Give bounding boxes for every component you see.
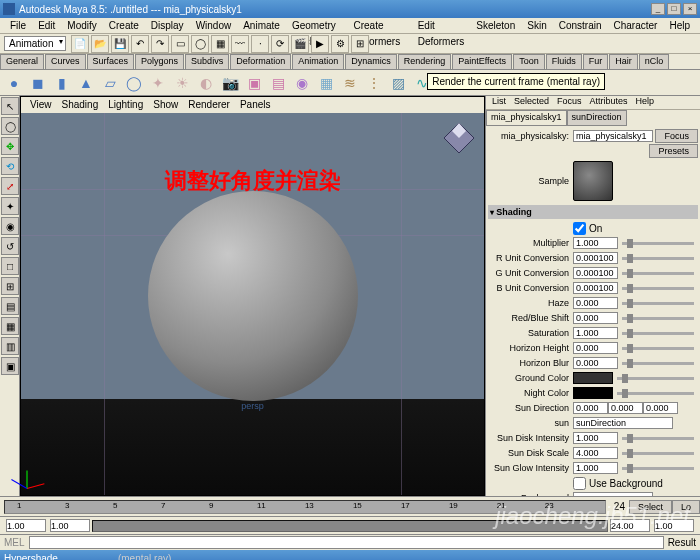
sun-disk-intensity-slider[interactable] (622, 437, 694, 440)
open-scene-icon[interactable]: 📂 (91, 35, 109, 53)
shelf-hair-icon[interactable]: ≋ (339, 72, 361, 94)
shelf-tab-ncloth[interactable]: nClo (639, 54, 670, 69)
ae-tab-sun[interactable]: sunDirection (567, 110, 627, 126)
shelf-cone-icon[interactable]: ▲ (75, 72, 97, 94)
ground-color-slider[interactable] (617, 377, 694, 380)
lasso-tool-icon[interactable]: ◯ (1, 117, 19, 135)
vp-menu-shading[interactable]: Shading (57, 97, 104, 113)
multiplier-slider[interactable] (622, 242, 694, 245)
shelf-tab-fur[interactable]: Fur (583, 54, 609, 69)
render-icon[interactable]: 🎬 (291, 35, 309, 53)
ae-menu-list[interactable]: List (488, 96, 510, 109)
shading-section-header[interactable]: Shading (488, 205, 698, 219)
loop-button[interactable]: Lo (672, 500, 700, 514)
shelf-light-icon[interactable]: ✦ (147, 72, 169, 94)
sun-x-field[interactable] (573, 402, 608, 414)
shelf-tab-animation[interactable]: Animation (292, 54, 344, 69)
r-unit-slider[interactable] (622, 257, 694, 260)
shelf-render-icon[interactable]: ▣ (243, 72, 265, 94)
new-scene-icon[interactable]: 📄 (71, 35, 89, 53)
menu-modify[interactable]: Modify (61, 18, 102, 33)
redblue-field[interactable] (573, 312, 618, 324)
g-unit-field[interactable] (573, 267, 618, 279)
select-button[interactable]: Select (629, 500, 672, 514)
snap-point-icon[interactable]: · (251, 35, 269, 53)
range-track[interactable] (92, 520, 608, 532)
range-end-field[interactable] (610, 519, 650, 532)
night-color-slider[interactable] (617, 392, 694, 395)
on-checkbox[interactable] (573, 222, 586, 235)
mel-input[interactable] (29, 536, 664, 549)
ipr-render-icon[interactable]: ▶ (311, 35, 329, 53)
shelf-tab-surfaces[interactable]: Surfaces (87, 54, 135, 69)
menu-window[interactable]: Window (190, 18, 238, 33)
b-unit-field[interactable] (573, 282, 618, 294)
vp-menu-view[interactable]: View (25, 97, 57, 113)
vp-menu-lighting[interactable]: Lighting (103, 97, 148, 113)
focus-button[interactable]: Focus (655, 129, 698, 143)
r-unit-field[interactable] (573, 252, 618, 264)
sun-disk-scale-field[interactable] (573, 447, 618, 459)
view-compass-icon[interactable] (442, 121, 476, 155)
snap-grid-icon[interactable]: ▦ (211, 35, 229, 53)
close-button[interactable]: × (683, 3, 697, 15)
shelf-tab-curves[interactable]: Curves (45, 54, 86, 69)
shelf-tab-toon[interactable]: Toon (513, 54, 545, 69)
menu-display[interactable]: Display (145, 18, 190, 33)
menu-character[interactable]: Character (608, 18, 664, 33)
shelf-tab-deformation[interactable]: Deformation (230, 54, 291, 69)
render-settings-icon[interactable]: ⚙ (331, 35, 349, 53)
timeline-track[interactable]: 1 3 5 7 9 11 13 15 17 19 21 23 (4, 500, 606, 514)
shelf-cloth-icon[interactable]: ▨ (387, 72, 409, 94)
night-color-swatch[interactable] (573, 387, 613, 399)
multiplier-field[interactable] (573, 237, 618, 249)
shelf-pointlight-icon[interactable]: ☀ (171, 72, 193, 94)
shelf-plane-icon[interactable]: ▱ (99, 72, 121, 94)
minimize-button[interactable]: _ (651, 3, 665, 15)
ae-menu-focus[interactable]: Focus (553, 96, 586, 109)
custom-layout-icon[interactable]: ▣ (1, 357, 19, 375)
node-name-field[interactable] (573, 130, 653, 142)
rotate-tool-icon[interactable]: ⟲ (1, 157, 19, 175)
sun-z-field[interactable] (643, 402, 678, 414)
sun-glow-intensity-field[interactable] (573, 462, 618, 474)
shelf-tab-fluids[interactable]: Fluids (546, 54, 582, 69)
persp-graph-icon[interactable]: ▦ (1, 317, 19, 335)
shelf-spotlight-icon[interactable]: ◐ (195, 72, 217, 94)
ae-menu-attributes[interactable]: Attributes (586, 96, 632, 109)
use-background-checkbox[interactable] (573, 477, 586, 490)
manipulator-tool-icon[interactable]: ✦ (1, 197, 19, 215)
haze-field[interactable] (573, 297, 618, 309)
last-tool-icon[interactable]: ↺ (1, 237, 19, 255)
single-view-icon[interactable]: □ (1, 257, 19, 275)
move-tool-icon[interactable]: ✥ (1, 137, 19, 155)
ae-tab-sky[interactable]: mia_physicalsky1 (486, 110, 567, 126)
menu-animate[interactable]: Animate (237, 18, 286, 33)
shelf-batch-icon[interactable]: ▤ (267, 72, 289, 94)
saturation-field[interactable] (573, 327, 618, 339)
maximize-button[interactable]: □ (667, 3, 681, 15)
menu-create[interactable]: Create (103, 18, 145, 33)
shelf-tab-rendering[interactable]: Rendering (398, 54, 452, 69)
range-start-field[interactable] (50, 519, 90, 532)
b-unit-slider[interactable] (622, 287, 694, 290)
shelf-tab-polygons[interactable]: Polygons (135, 54, 184, 69)
viewport-canvas[interactable]: 调整好角度并渲染 persp (21, 113, 484, 495)
redo-icon[interactable]: ↷ (151, 35, 169, 53)
history-icon[interactable]: ⟳ (271, 35, 289, 53)
shelf-hypershade-icon[interactable]: ◉ (291, 72, 313, 94)
redblue-slider[interactable] (622, 317, 694, 320)
shelf-tab-painteffects[interactable]: PaintEffects (452, 54, 512, 69)
layout-icon[interactable]: ⊞ (351, 35, 369, 53)
snap-curve-icon[interactable]: 〰 (231, 35, 249, 53)
background-field[interactable] (573, 492, 653, 496)
horizon-height-field[interactable] (573, 342, 618, 354)
shelf-tab-subdivs[interactable]: Subdivs (185, 54, 229, 69)
menu-skeleton[interactable]: Skeleton (470, 18, 521, 33)
sphere-object[interactable] (148, 191, 358, 401)
vp-menu-renderer[interactable]: Renderer (183, 97, 235, 113)
soft-mod-tool-icon[interactable]: ◉ (1, 217, 19, 235)
shelf-tab-general[interactable]: General (0, 54, 44, 69)
menu-geometry-cache[interactable]: Geometry Cache (286, 18, 348, 33)
horizon-height-slider[interactable] (622, 347, 694, 350)
